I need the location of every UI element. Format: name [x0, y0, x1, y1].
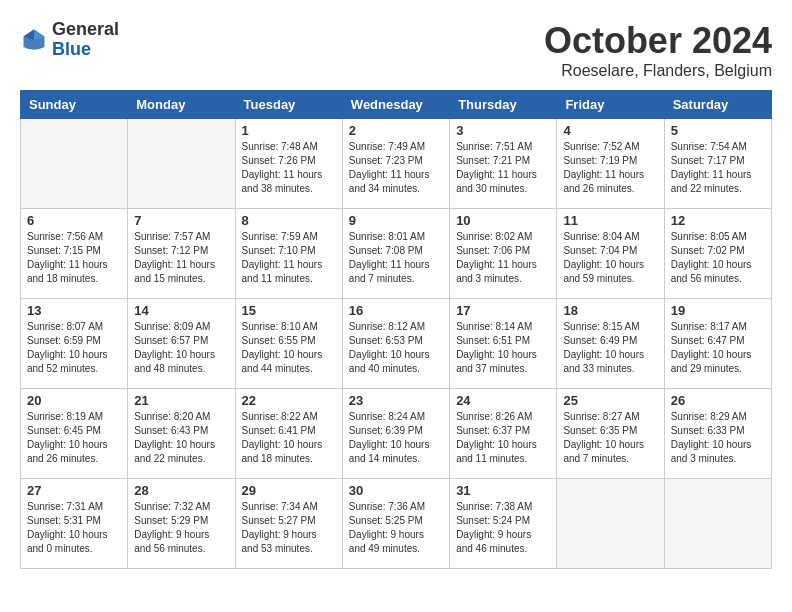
day-info: Sunrise: 8:05 AM Sunset: 7:02 PM Dayligh…: [671, 230, 765, 286]
day-number: 7: [134, 213, 228, 228]
day-info: Sunrise: 8:10 AM Sunset: 6:55 PM Dayligh…: [242, 320, 336, 376]
day-info: Sunrise: 8:20 AM Sunset: 6:43 PM Dayligh…: [134, 410, 228, 466]
day-number: 20: [27, 393, 121, 408]
day-info: Sunrise: 8:29 AM Sunset: 6:33 PM Dayligh…: [671, 410, 765, 466]
day-number: 3: [456, 123, 550, 138]
day-cell: [664, 479, 771, 569]
day-number: 22: [242, 393, 336, 408]
day-number: 5: [671, 123, 765, 138]
day-info: Sunrise: 7:34 AM Sunset: 5:27 PM Dayligh…: [242, 500, 336, 556]
day-number: 26: [671, 393, 765, 408]
day-info: Sunrise: 8:19 AM Sunset: 6:45 PM Dayligh…: [27, 410, 121, 466]
day-info: Sunrise: 7:31 AM Sunset: 5:31 PM Dayligh…: [27, 500, 121, 556]
day-info: Sunrise: 8:22 AM Sunset: 6:41 PM Dayligh…: [242, 410, 336, 466]
day-cell: 17Sunrise: 8:14 AM Sunset: 6:51 PM Dayli…: [450, 299, 557, 389]
day-number: 30: [349, 483, 443, 498]
header-cell-sunday: Sunday: [21, 91, 128, 119]
day-info: Sunrise: 7:36 AM Sunset: 5:25 PM Dayligh…: [349, 500, 443, 556]
day-cell: 31Sunrise: 7:38 AM Sunset: 5:24 PM Dayli…: [450, 479, 557, 569]
day-cell: 25Sunrise: 8:27 AM Sunset: 6:35 PM Dayli…: [557, 389, 664, 479]
day-info: Sunrise: 8:01 AM Sunset: 7:08 PM Dayligh…: [349, 230, 443, 286]
day-cell: 2Sunrise: 7:49 AM Sunset: 7:23 PM Daylig…: [342, 119, 449, 209]
calendar-table: SundayMondayTuesdayWednesdayThursdayFrid…: [20, 90, 772, 569]
header-cell-wednesday: Wednesday: [342, 91, 449, 119]
day-cell: 19Sunrise: 8:17 AM Sunset: 6:47 PM Dayli…: [664, 299, 771, 389]
day-number: 21: [134, 393, 228, 408]
day-cell: 20Sunrise: 8:19 AM Sunset: 6:45 PM Dayli…: [21, 389, 128, 479]
day-info: Sunrise: 7:54 AM Sunset: 7:17 PM Dayligh…: [671, 140, 765, 196]
day-cell: 23Sunrise: 8:24 AM Sunset: 6:39 PM Dayli…: [342, 389, 449, 479]
day-info: Sunrise: 8:12 AM Sunset: 6:53 PM Dayligh…: [349, 320, 443, 376]
day-info: Sunrise: 8:07 AM Sunset: 6:59 PM Dayligh…: [27, 320, 121, 376]
day-number: 8: [242, 213, 336, 228]
day-cell: 6Sunrise: 7:56 AM Sunset: 7:15 PM Daylig…: [21, 209, 128, 299]
day-info: Sunrise: 8:04 AM Sunset: 7:04 PM Dayligh…: [563, 230, 657, 286]
logo-general: General: [52, 19, 119, 39]
day-cell: 24Sunrise: 8:26 AM Sunset: 6:37 PM Dayli…: [450, 389, 557, 479]
day-cell: 8Sunrise: 7:59 AM Sunset: 7:10 PM Daylig…: [235, 209, 342, 299]
day-number: 19: [671, 303, 765, 318]
day-number: 28: [134, 483, 228, 498]
day-number: 4: [563, 123, 657, 138]
day-number: 31: [456, 483, 550, 498]
header: General Blue October 2024 Roeselare, Fla…: [20, 20, 772, 80]
day-number: 2: [349, 123, 443, 138]
day-number: 17: [456, 303, 550, 318]
day-cell: 11Sunrise: 8:04 AM Sunset: 7:04 PM Dayli…: [557, 209, 664, 299]
day-cell: 1Sunrise: 7:48 AM Sunset: 7:26 PM Daylig…: [235, 119, 342, 209]
day-number: 23: [349, 393, 443, 408]
day-cell: [128, 119, 235, 209]
day-number: 9: [349, 213, 443, 228]
day-number: 12: [671, 213, 765, 228]
day-info: Sunrise: 8:24 AM Sunset: 6:39 PM Dayligh…: [349, 410, 443, 466]
day-number: 10: [456, 213, 550, 228]
day-info: Sunrise: 7:52 AM Sunset: 7:19 PM Dayligh…: [563, 140, 657, 196]
day-info: Sunrise: 8:09 AM Sunset: 6:57 PM Dayligh…: [134, 320, 228, 376]
day-cell: [21, 119, 128, 209]
week-row-4: 20Sunrise: 8:19 AM Sunset: 6:45 PM Dayli…: [21, 389, 772, 479]
day-number: 13: [27, 303, 121, 318]
header-cell-monday: Monday: [128, 91, 235, 119]
day-number: 11: [563, 213, 657, 228]
day-cell: 7Sunrise: 7:57 AM Sunset: 7:12 PM Daylig…: [128, 209, 235, 299]
day-cell: 27Sunrise: 7:31 AM Sunset: 5:31 PM Dayli…: [21, 479, 128, 569]
day-cell: 29Sunrise: 7:34 AM Sunset: 5:27 PM Dayli…: [235, 479, 342, 569]
day-cell: 14Sunrise: 8:09 AM Sunset: 6:57 PM Dayli…: [128, 299, 235, 389]
day-cell: 4Sunrise: 7:52 AM Sunset: 7:19 PM Daylig…: [557, 119, 664, 209]
logo: General Blue: [20, 20, 119, 60]
location-title: Roeselare, Flanders, Belgium: [544, 62, 772, 80]
day-cell: 13Sunrise: 8:07 AM Sunset: 6:59 PM Dayli…: [21, 299, 128, 389]
day-number: 29: [242, 483, 336, 498]
header-cell-friday: Friday: [557, 91, 664, 119]
week-row-5: 27Sunrise: 7:31 AM Sunset: 5:31 PM Dayli…: [21, 479, 772, 569]
day-info: Sunrise: 7:32 AM Sunset: 5:29 PM Dayligh…: [134, 500, 228, 556]
day-cell: 12Sunrise: 8:05 AM Sunset: 7:02 PM Dayli…: [664, 209, 771, 299]
week-row-3: 13Sunrise: 8:07 AM Sunset: 6:59 PM Dayli…: [21, 299, 772, 389]
day-cell: 28Sunrise: 7:32 AM Sunset: 5:29 PM Dayli…: [128, 479, 235, 569]
day-number: 24: [456, 393, 550, 408]
day-info: Sunrise: 8:02 AM Sunset: 7:06 PM Dayligh…: [456, 230, 550, 286]
day-cell: 26Sunrise: 8:29 AM Sunset: 6:33 PM Dayli…: [664, 389, 771, 479]
day-info: Sunrise: 8:15 AM Sunset: 6:49 PM Dayligh…: [563, 320, 657, 376]
day-cell: 30Sunrise: 7:36 AM Sunset: 5:25 PM Dayli…: [342, 479, 449, 569]
month-title: October 2024: [544, 20, 772, 62]
day-cell: 3Sunrise: 7:51 AM Sunset: 7:21 PM Daylig…: [450, 119, 557, 209]
day-info: Sunrise: 7:57 AM Sunset: 7:12 PM Dayligh…: [134, 230, 228, 286]
header-cell-thursday: Thursday: [450, 91, 557, 119]
day-number: 15: [242, 303, 336, 318]
day-info: Sunrise: 7:56 AM Sunset: 7:15 PM Dayligh…: [27, 230, 121, 286]
day-number: 14: [134, 303, 228, 318]
header-cell-saturday: Saturday: [664, 91, 771, 119]
day-info: Sunrise: 7:49 AM Sunset: 7:23 PM Dayligh…: [349, 140, 443, 196]
day-info: Sunrise: 8:17 AM Sunset: 6:47 PM Dayligh…: [671, 320, 765, 376]
header-row: SundayMondayTuesdayWednesdayThursdayFrid…: [21, 91, 772, 119]
day-info: Sunrise: 8:14 AM Sunset: 6:51 PM Dayligh…: [456, 320, 550, 376]
day-cell: 15Sunrise: 8:10 AM Sunset: 6:55 PM Dayli…: [235, 299, 342, 389]
day-number: 27: [27, 483, 121, 498]
logo-icon: [20, 26, 48, 54]
day-info: Sunrise: 8:26 AM Sunset: 6:37 PM Dayligh…: [456, 410, 550, 466]
day-info: Sunrise: 7:48 AM Sunset: 7:26 PM Dayligh…: [242, 140, 336, 196]
title-block: October 2024 Roeselare, Flanders, Belgiu…: [544, 20, 772, 80]
day-info: Sunrise: 7:51 AM Sunset: 7:21 PM Dayligh…: [456, 140, 550, 196]
day-info: Sunrise: 7:38 AM Sunset: 5:24 PM Dayligh…: [456, 500, 550, 556]
